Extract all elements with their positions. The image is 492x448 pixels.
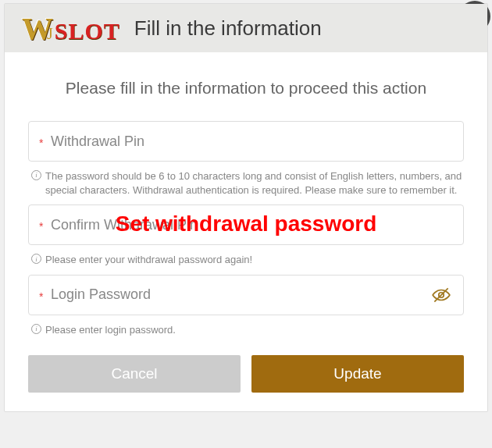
withdrawal-pin-input[interactable] <box>28 121 464 162</box>
withdrawal-pin-wrap: * <box>28 121 464 162</box>
cancel-button[interactable]: Cancel <box>28 355 241 393</box>
subtitle: Please fill in the information to procee… <box>28 79 464 98</box>
update-button[interactable]: Update <box>251 355 464 393</box>
info-icon: i <box>31 324 41 334</box>
info-icon: i <box>31 254 41 264</box>
button-row: Cancel Update <box>28 355 464 393</box>
modal-dialog: ✕ W J SLOT Fill in the information Pleas… <box>4 3 488 412</box>
eye-slash-icon <box>431 285 451 305</box>
logo-slot-text: SLOT <box>55 18 120 44</box>
brand-logo: W J SLOT <box>22 10 120 47</box>
logo-j-letter: J <box>47 25 53 43</box>
toggle-password-visibility[interactable] <box>431 285 451 305</box>
header-title: Fill in the information <box>134 16 322 41</box>
confirm-withdrawal-pin-wrap: * <box>28 204 464 245</box>
confirm-withdrawal-pin-input[interactable] <box>28 204 464 245</box>
withdrawal-pin-hint: i The password should be 6 to 10 charact… <box>28 166 464 204</box>
login-password-wrap: * <box>28 275 464 315</box>
hint-text: The password should be 6 to 10 character… <box>45 170 462 196</box>
login-password-hint: i Please enter login password. <box>28 320 464 345</box>
required-asterisk: * <box>39 137 43 149</box>
hint-text: Please enter your withdrawal password ag… <box>45 254 252 265</box>
modal-header: W J SLOT Fill in the information <box>5 4 487 52</box>
modal-body: Please fill in the information to procee… <box>5 52 487 411</box>
required-asterisk: * <box>39 220 43 233</box>
info-icon: i <box>31 170 41 180</box>
confirm-withdrawal-pin-hint: i Please enter your withdrawal password … <box>28 250 464 275</box>
hint-text: Please enter login password. <box>45 324 176 336</box>
login-password-input[interactable] <box>28 275 464 315</box>
required-asterisk: * <box>39 290 43 302</box>
